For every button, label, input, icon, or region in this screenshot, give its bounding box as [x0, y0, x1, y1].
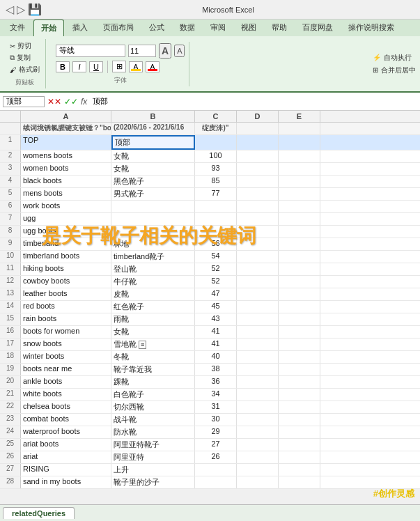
cell-c[interactable]	[195, 464, 237, 476]
cell-a[interactable]: work boots	[21, 201, 111, 212]
cell-c[interactable]: 100	[195, 150, 237, 162]
tab-home[interactable]: 开始	[33, 20, 64, 36]
cell-e[interactable]	[279, 439, 320, 451]
cell-b[interactable]: 上升	[111, 464, 195, 476]
cell-d[interactable]	[237, 464, 279, 476]
cell-d[interactable]	[237, 439, 279, 451]
cell-c[interactable]: 45	[195, 301, 237, 313]
cell-e[interactable]	[279, 389, 320, 401]
expand-icon[interactable]: ≡	[139, 341, 146, 349]
font-name-input[interactable]	[56, 45, 125, 57]
cell-b[interactable]: 女靴	[111, 150, 195, 162]
cell-e[interactable]	[279, 288, 320, 300]
forward-icon[interactable]: ▷	[17, 3, 25, 16]
cell-d[interactable]	[237, 163, 279, 175]
cell-d[interactable]	[237, 288, 279, 300]
cell-a[interactable]: sand in my boots	[21, 476, 111, 488]
cell-c[interactable]: 54	[195, 251, 237, 263]
header-cell-e[interactable]	[279, 123, 320, 134]
cell-a[interactable]: leather boots	[21, 288, 111, 300]
cell-c[interactable]: 77	[195, 188, 237, 200]
cell-d[interactable]	[237, 389, 279, 401]
cell-a[interactable]: waterproof boots	[21, 426, 111, 438]
cell-a[interactable]: RISING	[21, 464, 111, 476]
cell-c[interactable]: 56	[195, 238, 237, 250]
cell-c[interactable]: 52	[195, 263, 237, 275]
tab-search[interactable]: 操作说明搜索	[341, 20, 401, 36]
cell-d[interactable]	[237, 401, 279, 413]
confirm-icon[interactable]: ✓	[64, 97, 78, 107]
cell-c[interactable]: 26	[195, 451, 237, 463]
cell-b[interactable]: 顶部	[111, 135, 195, 150]
cell-a[interactable]: combat boots	[21, 414, 111, 426]
cell-b[interactable]: timberland靴子	[111, 251, 195, 263]
cell-b[interactable]: 战斗靴	[111, 414, 195, 426]
cell-b[interactable]: 牛仔靴	[111, 276, 195, 288]
cell-d[interactable]	[237, 251, 279, 263]
tab-file[interactable]: 文件	[3, 20, 32, 36]
cell-a[interactable]: winter boots	[21, 351, 111, 363]
save-icon[interactable]: 💾	[28, 3, 42, 16]
cell-b[interactable]: 女靴	[111, 326, 195, 338]
cell-b[interactable]: 黑色靴子	[111, 176, 195, 187]
font-size-input[interactable]	[128, 45, 156, 57]
cell-c[interactable]: 41	[195, 339, 237, 350]
cell-e[interactable]	[279, 313, 320, 325]
cell-b[interactable]: 阿里亚特靴子	[111, 439, 195, 451]
cut-button[interactable]: 剪切	[8, 40, 41, 52]
cell-a[interactable]: ariat boots	[21, 439, 111, 451]
cell-c[interactable]: 52	[195, 276, 237, 288]
cell-e[interactable]	[279, 201, 320, 212]
tab-baidu[interactable]: 百度网盘	[295, 20, 340, 36]
tab-review[interactable]: 审阅	[203, 20, 233, 36]
cell-e[interactable]	[279, 414, 320, 426]
cell-d[interactable]	[237, 339, 279, 350]
col-header-c[interactable]: C	[195, 111, 237, 122]
cell-a[interactable]: red boots	[21, 301, 111, 313]
tab-data[interactable]: 数据	[173, 20, 202, 36]
cell-b[interactable]: 切尔西靴	[111, 401, 195, 413]
underline-button[interactable]: U	[89, 61, 103, 72]
cell-e[interactable]	[279, 426, 320, 438]
cell-e[interactable]	[279, 401, 320, 413]
cell-b[interactable]: 靴子里的沙子	[111, 476, 195, 488]
name-box[interactable]	[3, 96, 45, 107]
sheet-tab-related[interactable]: relatedQueries	[3, 507, 75, 519]
cell-a[interactable]: chelsea boots	[21, 401, 111, 413]
cell-d[interactable]	[237, 226, 279, 238]
cell-e[interactable]	[279, 326, 320, 338]
cell-c[interactable]: 93	[195, 163, 237, 175]
cell-e[interactable]	[279, 464, 320, 476]
cell-e[interactable]	[279, 251, 320, 263]
cell-a[interactable]: boots for women	[21, 326, 111, 338]
cell-d[interactable]	[237, 213, 279, 225]
cell-c[interactable]: 47	[195, 288, 237, 300]
cell-b[interactable]: 男式靴子	[111, 188, 195, 200]
cell-b[interactable]: 红色靴子	[111, 301, 195, 313]
cell-a[interactable]: ankle boots	[21, 376, 111, 388]
cell-b[interactable]: 靴子靠近我	[111, 364, 195, 375]
cell-c[interactable]: 31	[195, 401, 237, 413]
cell-e[interactable]	[279, 150, 320, 162]
cell-d[interactable]	[237, 313, 279, 325]
cell-c[interactable]: 27	[195, 439, 237, 451]
cell-e[interactable]	[279, 163, 320, 175]
header-cell-c[interactable]: 绽庋洙)"	[195, 123, 237, 134]
cell-e[interactable]	[279, 276, 320, 288]
cell-d[interactable]	[237, 238, 279, 250]
cell-e[interactable]	[279, 135, 320, 150]
cell-c[interactable]	[195, 201, 237, 212]
fill-color-button[interactable]: A	[129, 61, 143, 72]
cell-c[interactable]: 30	[195, 414, 237, 426]
cell-a[interactable]: womens boots	[21, 150, 111, 162]
cell-d[interactable]	[237, 301, 279, 313]
cell-a[interactable]: rain boots	[21, 313, 111, 325]
cell-c[interactable]	[195, 476, 237, 488]
merge-center-button[interactable]: ⊞ 合并后居中	[373, 65, 416, 75]
cell-c[interactable]: 40	[195, 351, 237, 363]
cell-a[interactable]: ugg boots	[21, 226, 111, 238]
cell-a[interactable]: black boots	[21, 176, 111, 187]
header-cell-b[interactable]: (2020/6/16 - 2021/6/16	[111, 123, 195, 134]
cell-d[interactable]	[237, 364, 279, 375]
cell-b[interactable]	[111, 201, 195, 212]
